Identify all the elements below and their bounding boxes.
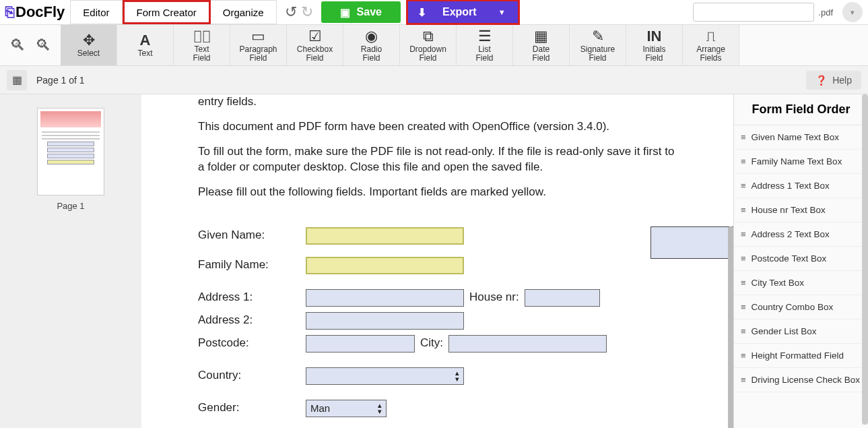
- tab-editor[interactable]: Editor: [70, 0, 122, 24]
- filename-input[interactable]: [693, 3, 814, 22]
- tab-organize-label: Organize: [223, 7, 264, 18]
- field-order-label: Address 2 Text Box: [752, 229, 830, 239]
- field-postcode[interactable]: [306, 335, 415, 353]
- zoom-out-button[interactable]: 🔍︎: [9, 36, 26, 55]
- tool-date-field[interactable]: ▦Date Field: [513, 25, 570, 65]
- tool-radio-field[interactable]: ◉Radio Field: [343, 25, 400, 65]
- thumbnails-toggle[interactable]: ▦: [7, 70, 27, 90]
- logo-text: DocFly: [15, 3, 65, 21]
- field-order-item[interactable]: ≡Address 1 Text Box: [734, 174, 868, 198]
- tool-date-field-label: Date Field: [532, 45, 549, 63]
- move-icon: ✥: [83, 32, 95, 49]
- tab-organize[interactable]: Organize: [211, 0, 277, 24]
- text-field-icon: ⌷⌷: [193, 28, 211, 45]
- text-icon: A: [140, 32, 151, 49]
- field-order-label: Height Formatted Field: [752, 350, 844, 361]
- tool-paragraph-field[interactable]: ▭Paragraph Field: [230, 25, 287, 65]
- thumbnail-caption: Page 1: [57, 201, 84, 211]
- page-indicator: Page 1 of 1: [36, 75, 85, 86]
- tool-arrange-fields[interactable]: ⎍Arrange Fields: [683, 25, 739, 65]
- undo-button[interactable]: ↺: [285, 3, 297, 21]
- document-scrollbar[interactable]: [728, 226, 733, 428]
- field-country[interactable]: ▴▾: [306, 367, 464, 385]
- field-order-item[interactable]: ≡Country Combo Box: [734, 295, 868, 319]
- tool-checkbox-field-label: Checkbox Field: [297, 45, 333, 63]
- label-postcode: Postcode:: [198, 336, 306, 351]
- signature-icon: ✎: [592, 28, 604, 45]
- gender-value: Man: [310, 402, 330, 415]
- tool-select[interactable]: ✥Select: [61, 25, 117, 65]
- tab-form-creator-label: Form Creator: [137, 7, 197, 18]
- drag-icon: ≡: [741, 232, 746, 237]
- logo: ⎘ DocFly: [0, 3, 70, 21]
- label-address2: Address 2:: [198, 313, 306, 328]
- settings-button[interactable]: ▾: [842, 2, 863, 22]
- dropdown-icon: ⧉: [423, 28, 434, 45]
- window-scrollbar[interactable]: [862, 94, 868, 425]
- file-extension: .pdf: [814, 7, 837, 18]
- tool-initials-field[interactable]: INInitials Field: [626, 25, 683, 65]
- doc-text: This document and PDF form have been cre…: [198, 119, 677, 135]
- calendar-icon: ▦: [534, 28, 548, 45]
- drag-icon: ≡: [741, 256, 746, 262]
- export-button[interactable]: ⬇ Export ▼: [408, 1, 518, 23]
- field-gender[interactable]: Man▴▾: [306, 400, 387, 417]
- field-city[interactable]: [448, 335, 607, 353]
- field-lone-box[interactable]: [650, 226, 733, 259]
- grid-icon: ▦: [12, 73, 22, 86]
- field-order-label: Driving License Check Box: [752, 375, 860, 385]
- tool-checkbox-field[interactable]: ☑Checkbox Field: [287, 25, 343, 65]
- tool-radio-field-label: Radio Field: [361, 45, 382, 63]
- chevron-down-icon[interactable]: ▼: [493, 8, 511, 16]
- arrange-icon: ⎍: [706, 28, 715, 45]
- tool-dropdown-field[interactable]: ⧉Dropdown Field: [400, 25, 457, 65]
- field-order-item[interactable]: ≡Given Name Text Box: [734, 125, 868, 150]
- tab-editor-label: Editor: [83, 7, 109, 18]
- field-address1[interactable]: [306, 289, 464, 307]
- tool-list-field[interactable]: ☰List Field: [457, 25, 513, 65]
- label-country: Country:: [198, 368, 306, 384]
- checkbox-icon: ☑: [308, 28, 322, 45]
- tool-text-field-label: Text Field: [193, 45, 210, 63]
- tool-text[interactable]: AText: [117, 25, 174, 65]
- field-given-name[interactable]: [306, 227, 464, 245]
- help-icon: ❓: [815, 75, 827, 86]
- tool-signature-field[interactable]: ✎Signature Field: [570, 25, 626, 65]
- export-label: Export: [434, 6, 485, 18]
- drag-icon: ≡: [741, 159, 746, 164]
- initials-icon: IN: [647, 28, 662, 45]
- field-house-nr[interactable]: [525, 289, 600, 307]
- combo-arrows-icon: ▴▾: [455, 370, 459, 382]
- field-order-item[interactable]: ≡Height Formatted Field: [734, 344, 868, 368]
- drag-icon: ≡: [741, 183, 746, 189]
- tool-initials-field-label: Initials Field: [642, 45, 665, 63]
- field-order-item[interactable]: ≡Postcode Text Box: [734, 247, 868, 271]
- field-order-item[interactable]: ≡House nr Text Box: [734, 198, 868, 222]
- field-order-item[interactable]: ≡City Text Box: [734, 271, 868, 295]
- sidebar-title: Form Field Order: [734, 94, 868, 125]
- tool-text-field[interactable]: ⌷⌷Text Field: [174, 25, 230, 65]
- drag-icon: ≡: [741, 353, 746, 359]
- tab-form-creator[interactable]: Form Creator: [123, 0, 211, 24]
- field-order-label: Gender List Box: [752, 326, 817, 336]
- help-label: Help: [832, 75, 852, 86]
- field-order-item[interactable]: ≡Gender List Box: [734, 319, 868, 344]
- field-order-item[interactable]: ≡Address 2 Text Box: [734, 222, 868, 247]
- field-family-name[interactable]: [306, 257, 464, 274]
- field-order-label: House nr Text Box: [752, 205, 826, 215]
- tool-select-label: Select: [77, 49, 100, 58]
- field-order-item[interactable]: ≡Family Name Text Box: [734, 150, 868, 174]
- page-thumbnail-1[interactable]: [37, 108, 104, 195]
- zoom-in-button[interactable]: 🔍︎: [35, 36, 51, 55]
- save-button[interactable]: ▣ Save: [321, 1, 401, 23]
- help-button[interactable]: ❓Help: [806, 71, 861, 90]
- drag-icon: ≡: [741, 329, 746, 334]
- drag-icon: ≡: [741, 305, 746, 310]
- thumbnail-panel: Page 1: [0, 94, 141, 428]
- form-field-order-panel: Form Field Order ≡Given Name Text Box ≡F…: [733, 94, 868, 428]
- label-city: City:: [420, 336, 443, 351]
- field-order-item[interactable]: ≡Driving License Check Box: [734, 368, 868, 392]
- field-address2[interactable]: [306, 312, 464, 330]
- tool-text-label: Text: [137, 49, 152, 58]
- redo-button[interactable]: ↻: [301, 3, 313, 21]
